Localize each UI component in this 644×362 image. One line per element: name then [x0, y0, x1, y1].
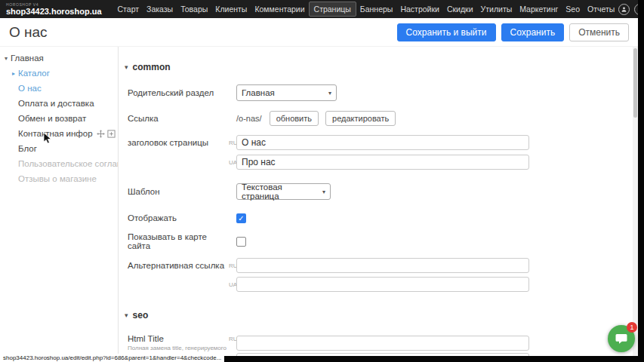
chat-unread-badge: 1 [627, 322, 637, 333]
sidebar-item-label: Контактная инфор [18, 129, 93, 138]
caret-right-icon: ▸ [12, 70, 15, 77]
menu-item-pages[interactable]: Страницы [309, 2, 356, 17]
alt-link-ru-input[interactable] [236, 258, 529, 273]
menu-item-start[interactable]: Старт [114, 2, 143, 17]
menu-item-comments[interactable]: Комментарии [251, 2, 308, 17]
add-icon[interactable] [107, 130, 116, 138]
parent-section-label: Родительский раздел [128, 88, 229, 97]
link-update-button[interactable]: обновить [270, 111, 319, 126]
sidebar-item-user-agreement[interactable]: Пользовательское соглашение [0, 156, 118, 171]
sitemap-checkbox[interactable] [236, 237, 246, 247]
page-title-label: заголовок страницы [128, 138, 229, 147]
chat-widget-button[interactable]: 1 [608, 325, 635, 352]
logo-domain-label: shop34423.horoshop.ua [6, 8, 102, 16]
sidebar-item-label: Оплата и доставка [18, 99, 94, 108]
chevron-down-icon: ▾ [322, 189, 325, 195]
alt-link-ru-row: Альтернативная ссылка RU [128, 258, 632, 273]
status-bar-url: shop34423.horoshop.ua/edit/edit.php?id=6… [0, 354, 224, 362]
html-title-label: Html Title [128, 334, 229, 343]
parent-section-value: Главная [242, 88, 275, 97]
sidebar-item-about[interactable]: О нас [0, 81, 118, 96]
pages-tree-sidebar: ▾ Главная ▸ Каталог О нас Оплата и доста… [0, 47, 118, 356]
topbar: HOROSHOP V4 shop34423.horoshop.ua Старт … [0, 0, 638, 18]
vertical-scrollbar[interactable] [633, 47, 638, 356]
parent-section-select[interactable]: Главная ▾ [236, 84, 337, 101]
chevron-down-icon: ▾ [328, 90, 331, 97]
lang-ua-label: UA [229, 159, 236, 166]
section-seo-label: seo [133, 310, 149, 321]
page-title-ru-row: заголовок страницы RU [128, 135, 632, 150]
account-icon[interactable] [618, 4, 630, 15]
sitemap-row: Показывать в карте сайта [128, 235, 632, 247]
lang-ru-label: RU [229, 140, 236, 146]
cancel-button[interactable]: Отменить [569, 23, 629, 41]
link-path-value: /o-nas/ [236, 114, 262, 123]
html-title-ru-input[interactable] [236, 336, 529, 351]
sitemap-label: Показывать в карте сайта [128, 232, 229, 250]
display-row: Отображать ✓ [128, 212, 632, 224]
save-button[interactable]: Сохранить [501, 23, 565, 41]
save-and-exit-button[interactable]: Сохранить и выйти [397, 23, 496, 41]
html-title-ru-row: Html Title Полная замена title, генериру… [128, 334, 632, 349]
template-select[interactable]: Текстовая страница ▾ [236, 183, 331, 200]
link-row: Ссылка /o-nas/ обновить редактировать [128, 110, 632, 127]
menu-item-reports[interactable]: Отчеты [584, 2, 618, 17]
screen-right-edge [638, 0, 644, 362]
lang-ua-label: UA [229, 281, 236, 288]
page-title-ua-input[interactable] [236, 155, 529, 170]
page-title-ru-input[interactable] [236, 135, 529, 150]
menu-item-banners[interactable]: Баннеры [356, 2, 397, 17]
move-icon[interactable] [97, 130, 105, 138]
lang-ru-label: RU [229, 336, 236, 342]
page-title-ua-row: UA [128, 155, 632, 170]
sidebar-item-label: Обмен и возврат [18, 114, 86, 123]
display-checkbox[interactable]: ✓ [236, 213, 246, 223]
link-label: Ссылка [128, 114, 229, 123]
template-row: Шаблон Текстовая страница ▾ [128, 183, 632, 200]
sidebar-item-catalog[interactable]: ▸ Каталог [0, 66, 118, 81]
html-title-hint: Полная замена title, генерируемого [128, 345, 229, 351]
sidebar-item-blog[interactable]: Блог [0, 141, 118, 156]
sidebar-item-store-reviews[interactable]: Отзывы о магазине [0, 171, 118, 186]
alt-link-ua-row: UA [128, 277, 632, 292]
section-common-label: common [133, 62, 171, 72]
menu-item-seo[interactable]: Seo [562, 2, 584, 17]
sidebar-item-label: Блог [18, 144, 37, 153]
page-edit-form: ▾ common Родительский раздел Главная ▾ С… [118, 47, 632, 356]
section-seo[interactable]: ▾ seo [125, 310, 632, 321]
lang-ru-label: RU [229, 262, 236, 269]
caret-down-icon: ▾ [125, 63, 128, 71]
menu-item-discounts[interactable]: Скидки [443, 2, 477, 17]
menu-item-orders[interactable]: Заказы [143, 2, 177, 17]
page-title: О нас [9, 24, 48, 41]
link-edit-button[interactable]: редактировать [325, 111, 396, 126]
sidebar-item-label: Пользовательское соглашение [18, 159, 118, 168]
sidebar-item-contact-info[interactable]: Контактная инфор [0, 126, 118, 141]
sidebar-item-payment-delivery[interactable]: Оплата и доставка [0, 96, 118, 111]
sidebar-item-label: О нас [18, 84, 42, 93]
section-common[interactable]: ▾ common [125, 62, 632, 72]
logo-version-label: HOROSHOP V4 [6, 3, 102, 7]
scrollbar-thumb[interactable] [633, 48, 637, 118]
parent-section-row: Родительский раздел Главная ▾ [128, 84, 632, 101]
main-menu: Старт Заказы Товары Клиенты Комментарии … [114, 2, 619, 17]
app-window: HOROSHOP V4 shop34423.horoshop.ua Старт … [0, 0, 644, 362]
alt-link-label: Альтернативная ссылка [128, 261, 229, 270]
caret-down-icon: ▾ [125, 311, 128, 319]
sidebar-item-home[interactable]: ▾ Главная [0, 51, 118, 66]
alt-link-ua-input[interactable] [236, 277, 529, 292]
caret-down-icon: ▾ [5, 55, 8, 62]
chat-bubble-icon [615, 332, 628, 345]
sidebar-item-label: Главная [11, 54, 44, 63]
sidebar-item-exchange-return[interactable]: Обмен и возврат [0, 111, 118, 126]
menu-item-clients[interactable]: Клиенты [211, 2, 251, 17]
display-label: Отображать [128, 213, 229, 222]
header-actions: Сохранить и выйти Сохранить Отменить [397, 23, 629, 41]
menu-item-utilities[interactable]: Утилиты [477, 2, 516, 17]
sidebar-item-label: Отзывы о магазине [18, 174, 97, 183]
template-label: Шаблон [128, 187, 229, 196]
menu-item-products[interactable]: Товары [177, 2, 211, 17]
tree-item-actions [97, 130, 118, 138]
menu-item-settings[interactable]: Настройки [396, 2, 443, 17]
menu-item-marketing[interactable]: Маркетинг [516, 2, 562, 17]
